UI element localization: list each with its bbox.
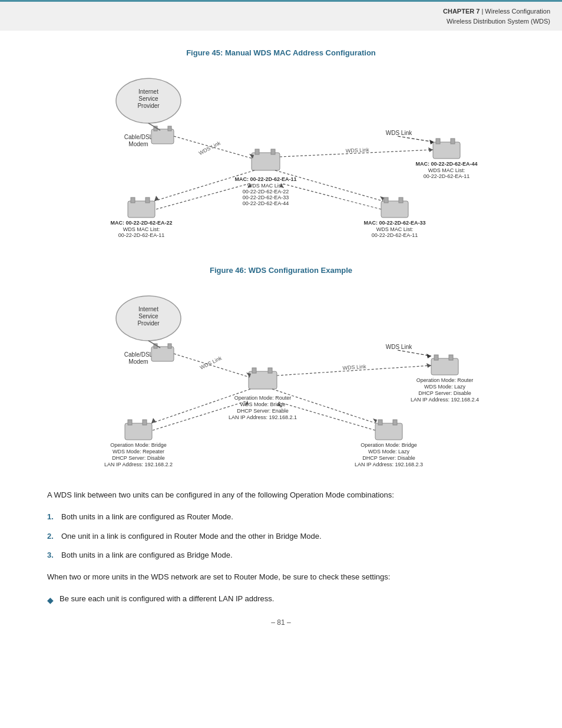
svg-text:Operation Mode: Bridge: Operation Mode: Bridge xyxy=(361,442,417,448)
main-content: Figure 45: Manual WDS MAC Address Config… xyxy=(0,31,562,650)
svg-rect-34 xyxy=(381,201,408,218)
svg-text:Internet: Internet xyxy=(138,88,158,95)
numbered-list: 1. Both units in a link are configured a… xyxy=(47,511,515,562)
svg-rect-8 xyxy=(168,126,171,131)
svg-rect-62 xyxy=(168,344,171,348)
page-header: CHAPTER 7 | Wireless Configuration Wirel… xyxy=(0,0,562,31)
svg-text:DHCP Server: Disable: DHCP Server: Disable xyxy=(112,455,164,461)
list-text-3: Both units in a link are configured as B… xyxy=(61,549,233,562)
svg-text:WDS Mode: Repeater: WDS Mode: Repeater xyxy=(113,449,164,454)
svg-text:00-22-2D-62-EA-11: 00-22-2D-62-EA-11 xyxy=(424,173,470,179)
svg-marker-47 xyxy=(154,196,159,201)
header-title-line1: Wireless Configuration xyxy=(485,8,550,15)
svg-text:MAC: 00-22-2D-62-EA-11: MAC: 00-22-2D-62-EA-11 xyxy=(234,176,296,182)
svg-text:WDS Link: WDS Link xyxy=(345,147,369,154)
svg-text:Cable/DSL: Cable/DSL xyxy=(124,351,153,358)
svg-rect-74 xyxy=(431,358,458,375)
svg-rect-90 xyxy=(393,420,397,425)
list-text-1: Both units in a link are configured as R… xyxy=(61,511,233,523)
svg-rect-35 xyxy=(384,197,388,203)
svg-text:Operation Mode: Router: Operation Mode: Router xyxy=(416,377,474,383)
svg-text:MAC: 00-22-2D-62-EA-22: MAC: 00-22-2D-62-EA-22 xyxy=(110,220,172,226)
svg-text:WDS Mode: Lazy: WDS Mode: Lazy xyxy=(424,384,466,390)
bullet-text-1: Be sure each unit is configured with a d… xyxy=(59,593,274,605)
svg-rect-81 xyxy=(125,423,152,440)
svg-text:DHCP Server: Enable: DHCP Server: Enable xyxy=(237,408,288,414)
svg-text:WDS Link: WDS Link xyxy=(342,364,366,371)
svg-rect-12 xyxy=(271,149,275,154)
page-number: – 81 – xyxy=(47,618,515,627)
svg-line-19 xyxy=(398,136,434,142)
svg-text:LAN IP Address: 192.168.2.1: LAN IP Address: 192.168.2.1 xyxy=(229,414,297,420)
bullet-list: ◆ Be sure each unit is configured with a… xyxy=(47,593,515,607)
svg-text:00-22-2D-62-EA-11: 00-22-2D-62-EA-11 xyxy=(372,232,418,238)
svg-text:LAN IP Address: 192.168.2.2: LAN IP Address: 192.168.2.2 xyxy=(104,462,173,467)
svg-rect-23 xyxy=(451,139,455,144)
svg-text:WDS MAC List:: WDS MAC List: xyxy=(376,226,414,232)
list-item-2: 2. One unit in a link is configured in R… xyxy=(47,531,515,543)
svg-text:WDS Mode: Lazy: WDS Mode: Lazy xyxy=(368,449,410,454)
svg-text:WDS MAC List:: WDS MAC List: xyxy=(123,226,160,232)
figure45-title: Figure 45: Manual WDS MAC Address Config… xyxy=(47,48,515,57)
svg-text:00-22-2D-62-EA-22: 00-22-2D-62-EA-22 xyxy=(243,189,289,195)
svg-text:WDS Link: WDS Link xyxy=(198,140,222,156)
svg-text:Service: Service xyxy=(138,313,158,319)
svg-marker-44 xyxy=(428,147,433,152)
svg-rect-11 xyxy=(255,149,259,154)
svg-rect-21 xyxy=(433,142,460,159)
svg-text:DHCP Server: Disable: DHCP Server: Disable xyxy=(418,390,471,396)
svg-text:MAC: 00-22-2D-62-EA-33: MAC: 00-22-2D-62-EA-33 xyxy=(363,220,425,226)
svg-text:Provider: Provider xyxy=(137,103,160,109)
svg-marker-66 xyxy=(427,354,431,358)
bullet-item-1: ◆ Be sure each unit is configured with a… xyxy=(47,593,515,607)
intro-text: A WDS link between two units can be conf… xyxy=(47,489,515,502)
svg-rect-6 xyxy=(151,129,174,144)
list-num-1: 1. xyxy=(47,511,57,523)
svg-marker-99 xyxy=(427,363,431,368)
svg-text:MAC: 00-22-2D-62-EA-44: MAC: 00-22-2D-62-EA-44 xyxy=(415,161,477,167)
svg-text:Modem: Modem xyxy=(128,141,148,147)
figure46-svg: Internet Service Provider Cable/DSL Mode… xyxy=(69,283,493,472)
header-title-line2: Wireless Distribution System (WDS) xyxy=(447,18,550,25)
svg-rect-60 xyxy=(151,347,174,361)
svg-text:LAN IP Address: 192.168.2.4: LAN IP Address: 192.168.2.4 xyxy=(411,397,479,403)
figure45-diagram: Internet Service Provider Cable/DSL Mode… xyxy=(47,65,515,248)
svg-line-65 xyxy=(398,350,431,356)
svg-rect-67 xyxy=(249,371,277,389)
figure46-title: Figure 46: WDS Configuration Example xyxy=(47,266,515,275)
chapter-label: CHAPTER 7 xyxy=(443,8,480,15)
svg-rect-83 xyxy=(143,420,147,425)
svg-line-52 xyxy=(281,183,381,209)
warning-text: When two or more units in the WDS networ… xyxy=(47,571,515,584)
svg-text:Modem: Modem xyxy=(128,358,148,365)
bullet-icon-1: ◆ xyxy=(47,594,54,607)
svg-line-46 xyxy=(154,170,254,201)
svg-text:LAN IP Address: 192.168.2.3: LAN IP Address: 192.168.2.3 xyxy=(355,462,423,467)
list-num-2: 2. xyxy=(47,531,57,543)
svg-text:Operation Mode: Bridge: Operation Mode: Bridge xyxy=(110,442,167,448)
svg-text:00-22-2D-62-EA-33: 00-22-2D-62-EA-33 xyxy=(243,195,289,200)
svg-text:00-22-2D-62-EA-44: 00-22-2D-62-EA-44 xyxy=(243,200,289,206)
svg-rect-28 xyxy=(131,197,135,203)
list-text-2: One unit in a link is configured in Rout… xyxy=(61,531,322,543)
svg-rect-36 xyxy=(399,197,403,203)
svg-text:Provider: Provider xyxy=(137,320,160,327)
svg-marker-102 xyxy=(151,418,156,423)
svg-text:WDS Link: WDS Link xyxy=(386,344,412,350)
svg-marker-49 xyxy=(380,196,384,201)
svg-marker-104 xyxy=(373,419,377,423)
svg-rect-27 xyxy=(128,201,155,218)
svg-rect-68 xyxy=(252,368,256,373)
svg-rect-30 xyxy=(146,197,150,203)
svg-rect-10 xyxy=(252,153,280,170)
list-item-1: 1. Both units in a link are configured a… xyxy=(47,511,515,523)
svg-text:DHCP Server: Disable: DHCP Server: Disable xyxy=(362,455,415,461)
figure46-diagram: Internet Service Provider Cable/DSL Mode… xyxy=(47,283,515,472)
svg-rect-22 xyxy=(436,139,440,144)
svg-rect-88 xyxy=(375,423,402,440)
svg-rect-89 xyxy=(378,420,382,425)
figure45-svg: Internet Service Provider Cable/DSL Mode… xyxy=(69,65,493,248)
svg-rect-76 xyxy=(449,355,453,360)
svg-text:WDS MAC List:: WDS MAC List: xyxy=(247,183,285,189)
svg-text:Operation Mode: Router: Operation Mode: Router xyxy=(234,395,292,401)
